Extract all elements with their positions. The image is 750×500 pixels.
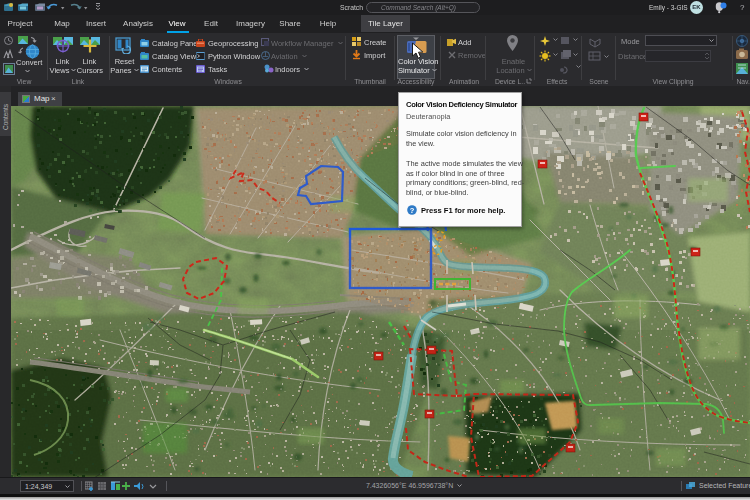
- svg-text:?: ?: [410, 206, 415, 215]
